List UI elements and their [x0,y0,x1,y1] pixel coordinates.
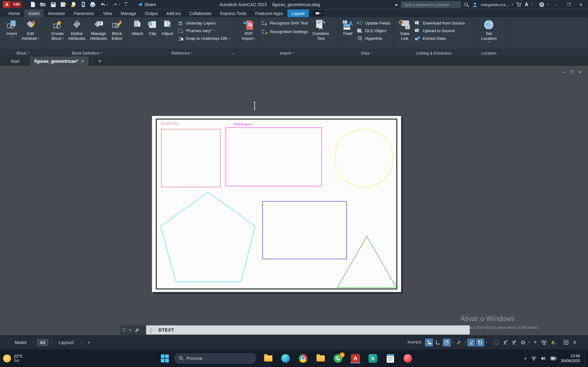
model-tab[interactable]: Model [12,339,29,346]
tab-home[interactable]: Home [4,9,24,17]
folder-icon[interactable] [316,354,325,363]
save-as-button[interactable] [60,2,67,7]
help-icon[interactable]: ? [539,2,544,7]
ribbon-display-toggle[interactable]: ▾ [313,10,324,16]
chevron-down-icon[interactable]: ▾ [548,3,549,6]
wifi-icon[interactable] [531,356,537,361]
close-command-line-icon[interactable]: ✕ [128,328,132,332]
layout-paper[interactable]: QuadradoRetangulo [152,116,401,292]
chevron-down-icon[interactable]: ▾ [119,3,120,6]
panel-title-location[interactable]: Location [472,49,505,57]
cart-icon[interactable] [516,2,522,7]
chevron-down-icon[interactable]: ▾ [464,341,466,344]
drawing-area[interactable]: — ❐ ✕ QuadradoRetangulo Ativar o Windows… [0,66,588,335]
annotation-visibility-button[interactable] [501,339,509,346]
file-explorer-icon[interactable] [263,354,273,363]
tab-express-tools[interactable]: Express Tools [216,9,251,17]
tab-manage[interactable]: Manage [116,9,141,17]
download-from-source-button[interactable]: 8 Download from Source [414,19,465,27]
define-attributes-button[interactable]: Define Attributes [66,18,87,49]
new-layout-button[interactable]: + [85,339,93,346]
tab-view[interactable]: View [99,9,116,17]
panel-title-block-definition[interactable]: Block Definition▾ [46,49,128,57]
taskbar-search[interactable]: Procurar [174,353,256,364]
recognize-shx-text-button[interactable]: PDFA Recognize SHX Text [261,19,308,27]
command-line[interactable]: ✕ A ▾ DTEXT [120,325,470,335]
customize-qat-button[interactable]: ▾ [124,2,127,7]
layout-tab-layout2[interactable]: Layout2 [56,339,77,346]
autoscale-annotations-button[interactable] [510,339,518,346]
combine-text-button[interactable]: A Combine Text [311,18,331,49]
dialog-launcher-icon[interactable]: ↘ [232,52,234,55]
create-block-button[interactable]: Create Block▾ [50,18,66,49]
add-scales-button[interactable]: + [531,339,539,346]
file-tab-start[interactable]: Start [6,57,24,66]
edge-icon[interactable] [281,354,290,363]
circle-yellow[interactable] [335,129,393,187]
panel-title-data[interactable]: Data▾ [338,49,395,57]
tab-collaborate[interactable]: Collaborate [185,9,216,17]
start-button[interactable] [161,354,169,362]
expand-arrow-icon[interactable]: ▶ [396,3,398,6]
upload-to-source-button[interactable]: 8 Upload to Source [414,27,465,35]
triangle-green[interactable] [337,236,396,287]
autodesk-logo-icon[interactable]: A [525,2,528,7]
customize-wrench-icon[interactable] [135,328,139,332]
close-tab-icon[interactable]: ✕ [81,59,84,64]
weather-widget[interactable]: 22°C Sol [0,354,64,363]
share-button[interactable]: Share [137,2,156,7]
battery-icon[interactable] [550,357,556,360]
attach-button[interactable]: Attach [130,18,145,49]
chevron-down-icon[interactable]: ▾ [485,341,487,344]
signed-in-user[interactable]: margarida.cra... [481,2,509,7]
chevron-down-icon[interactable]: ▾ [528,341,530,344]
plot-button[interactable] [90,2,96,7]
notepad-icon[interactable] [385,354,395,363]
autocad-app-menu[interactable]: A CAD [3,1,22,8]
autocad-icon[interactable]: A [351,354,360,363]
panel-title-block[interactable]: Block▾ [0,49,46,57]
insert-button[interactable]: Insert ▾ [5,18,18,49]
update-fields-button[interactable]: A Update Fields [357,19,390,27]
hyperlink-button[interactable]: Hyperlink [357,35,390,42]
paper-space-indicator[interactable]: PAPER [408,340,422,345]
new-file-button[interactable] [30,2,36,7]
tab-output[interactable]: Output [141,9,162,17]
close-button[interactable]: ✕ [576,0,586,9]
tab-featured-apps[interactable]: Featured Apps [251,9,287,17]
tab-parametric[interactable]: Parametric [69,9,99,17]
snap-mode-button[interactable] [425,339,433,346]
hidden-icons-chevron[interactable]: ∧ [524,356,527,361]
viewport-close-button[interactable]: ✕ [578,70,581,74]
whatsapp-icon[interactable]: 72 [333,354,343,363]
panel-title-reference[interactable]: Reference▾↘ [128,49,236,57]
field-button[interactable]: A Field [341,18,355,49]
help-search-input[interactable]: Type a keyword or phrase [401,1,461,8]
rectangle-magenta[interactable] [226,128,322,186]
save-button[interactable] [51,2,56,7]
recent-commands-icon[interactable]: A [149,328,152,332]
clean-screen-button[interactable] [562,339,570,346]
command-input[interactable]: A ▾ DTEXT [146,325,470,335]
selection-cycling-button[interactable] [492,339,500,346]
tab-insert[interactable]: Insert [24,9,44,17]
object-snap-button[interactable] [476,339,484,346]
graphics-performance-button[interactable] [549,339,557,346]
viewport-restore-button[interactable]: ❐ [571,70,574,74]
chevron-down-icon[interactable]: ▾ [452,341,454,344]
open-from-mobile-button[interactable] [81,2,85,7]
adjust-button[interactable]: Adjust [160,18,175,49]
underlay-layers-button[interactable]: Underlay Layers [178,19,230,27]
customization-menu-button[interactable]: ≡ [571,339,579,346]
tab-layout[interactable]: Layout [287,9,309,17]
tab-annotate[interactable]: Annotate [44,9,69,17]
new-drawing-tab-button[interactable]: + [95,58,104,65]
panel-title-linking-extraction[interactable]: Linking & Extraction [395,49,472,57]
isometric-drafting-button[interactable] [455,339,463,346]
search-icon[interactable] [464,2,469,7]
app-teal-icon[interactable]: A [368,354,378,363]
redo-button[interactable]: ▾ [112,2,120,7]
open-file-button[interactable] [40,2,46,7]
viewport-minimize-button[interactable]: — [563,70,566,74]
rectangle-label[interactable]: Retangulo [234,122,252,126]
